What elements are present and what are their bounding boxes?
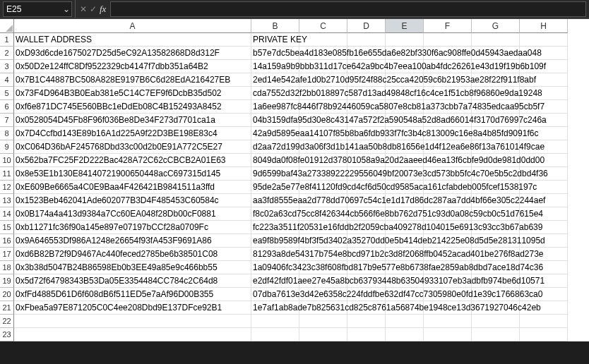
cell-B23[interactable] [251, 328, 299, 341]
cell-B4[interactable]: 2ed14e542afe1d0b2710d95f24f88c25cca42059… [251, 73, 299, 87]
cell-B20[interactable]: 07dba7613e3d42e6358c224fddfbe632df47cc73… [251, 288, 299, 301]
column-header-D[interactable]: D [347, 19, 386, 33]
cell-C22[interactable] [299, 315, 347, 328]
row-header-15[interactable]: 15 [0, 221, 14, 234]
row-header-13[interactable]: 13 [0, 194, 14, 207]
row-header-19[interactable]: 19 [0, 274, 14, 288]
row-header-16[interactable]: 16 [0, 234, 14, 248]
row-header-21[interactable]: 21 [0, 301, 14, 315]
cell-H23[interactable] [520, 328, 568, 341]
cell-G23[interactable] [472, 328, 520, 341]
row-header-2[interactable]: 2 [0, 47, 14, 60]
row-header-12[interactable]: 12 [0, 181, 14, 194]
cell-B2[interactable]: b57e7dc5bea4d183e085fb16e655da6e82bf330f… [251, 47, 299, 60]
row-header-10[interactable]: 10 [0, 154, 14, 167]
cell-A22[interactable] [14, 315, 251, 328]
cell-B6[interactable]: 1a6ee987fc8446f78b92446059ca5807e8cb81a3… [251, 100, 299, 114]
cell-A13[interactable]: 0x1523Beb462041Ade602077B3D4F485453C6058… [14, 194, 251, 207]
column-header-H[interactable]: H [520, 19, 568, 33]
column-header-C[interactable]: C [299, 19, 347, 33]
row-header-18[interactable]: 18 [0, 261, 14, 274]
cell-H1[interactable] [520, 33, 568, 47]
row-header-22[interactable]: 22 [0, 315, 14, 328]
cell-A8[interactable]: 0x7D4Ccfbd143E89b16A1d225A9f22D3BE198E83… [14, 127, 251, 140]
cell-G22[interactable] [472, 315, 520, 328]
cell-B17[interactable]: 81293a8de54317b754e8bcd971b2c3d8f2068ffb… [251, 248, 299, 261]
cell-A2[interactable]: 0xD93d6cde1675027D25d5eC92A13582868D8d31… [14, 47, 251, 60]
cell-A16[interactable]: 0x9A646553Df986A1248e26654f93fA453F9691A… [14, 234, 251, 248]
cell-A21[interactable]: 0xFbea5a97E871205C0C4ee208Dbd9E137DFce92… [14, 301, 251, 315]
name-box-dropdown-icon[interactable]: ⌄ [61, 4, 71, 14]
cell-A9[interactable]: 0xC064D36bAF245768Dbd33c00d2b0E91A772C5E… [14, 140, 251, 154]
row-header-7[interactable]: 7 [0, 114, 14, 127]
column-header-F[interactable]: F [424, 19, 472, 33]
cell-B19[interactable]: e2df42fdf01aee27e45a8bcb63793448b6350493… [251, 274, 299, 288]
name-box[interactable]: E25 ⌄ [3, 1, 72, 17]
cell-C23[interactable] [299, 328, 347, 341]
cell-A10[interactable]: 0x562ba7FC25F2D222Bac428A72C62cCBCB2A01E… [14, 154, 251, 167]
spreadsheet-grid[interactable]: ABCDEFGH1WALLET ADDRESSPRIVATE KEY20xD93… [0, 18, 589, 341]
row-header-6[interactable]: 6 [0, 100, 14, 114]
cell-B5[interactable]: cda7552d32f2bb018897c587d13ad49848cf16c4… [251, 87, 299, 100]
cell-A5[interactable]: 0x73F4D964B3B0Eab381e5C14C7EF9f6DcbB35d5… [14, 87, 251, 100]
cell-D22[interactable] [347, 315, 386, 328]
cell-A6[interactable]: 0xf6e871DC745E560BBc1eDdEb08C4B152493A84… [14, 100, 251, 114]
row-header-8[interactable]: 8 [0, 127, 14, 140]
cell-A23[interactable] [14, 328, 251, 341]
cell-H22[interactable] [520, 315, 568, 328]
formula-bar-input[interactable] [110, 1, 586, 17]
cell-A7[interactable]: 0x0528054D45Fb8F96f036Be8De34F273d7701ca… [14, 114, 251, 127]
cell-B3[interactable]: 14a159a9b9bbb311d17ce642a9bc4b7eea100ab4… [251, 60, 299, 73]
column-header-G[interactable]: G [472, 19, 520, 33]
cell-E1[interactable] [386, 33, 424, 47]
cell-B22[interactable] [251, 315, 299, 328]
cell-A12[interactable]: 0xE609Be6665a4C0E9Baa4F426421B9841511a3f… [14, 181, 251, 194]
cell-B12[interactable]: 95de2a5e77e8f41120fd9cd4cf6d50cd9585aca1… [251, 181, 299, 194]
column-header-E[interactable]: E [386, 19, 424, 33]
row-header-23[interactable]: 23 [0, 328, 14, 341]
row-header-1[interactable]: 1 [0, 33, 14, 47]
cell-B11[interactable]: 9d6599baf43a27338922229556049bf20073e3cd… [251, 167, 299, 181]
column-header-A[interactable]: A [14, 19, 251, 33]
row-header-5[interactable]: 5 [0, 87, 14, 100]
enter-formula-icon[interactable]: ✓ [90, 4, 97, 14]
cell-B8[interactable]: 42a9d5895eaa14107f85b8ba6fdb933f7fc3b4c8… [251, 127, 299, 140]
cell-B1[interactable]: PRIVATE KEY [251, 33, 299, 47]
row-header-20[interactable]: 20 [0, 288, 14, 301]
cell-B15[interactable]: fc223a3511f20531e16fddb2f2059cba409278d1… [251, 221, 299, 234]
fx-icon[interactable]: fx [100, 4, 106, 15]
row-header-14[interactable]: 14 [0, 207, 14, 221]
cell-B18[interactable]: 1a09406fc3423c38f608fbd817b9e577e8b6738f… [251, 261, 299, 274]
cell-G1[interactable] [472, 33, 520, 47]
cell-F22[interactable] [424, 315, 472, 328]
cell-A17[interactable]: 0xd6B82B72f9D9467Ac440feced2785be6b38501… [14, 248, 251, 261]
cell-A4[interactable]: 0x7B1C44887BC508A828E9197B6C6d28EdA21642… [14, 73, 251, 87]
cell-F1[interactable] [424, 33, 472, 47]
cell-A15[interactable]: 0xb11271fc36f90a145e897e07197bCCf28a0709… [14, 221, 251, 234]
cell-A18[interactable]: 0x3b38d5047B24B86598Eb0b3EE49a85e9c466bb… [14, 261, 251, 274]
select-all-corner[interactable] [0, 19, 14, 33]
cell-A11[interactable]: 0x8e53E1b130E84140721900650448acC697315d… [14, 167, 251, 181]
cell-B10[interactable]: 8049da0f08fe01912d37801058a9a20d2aaeed46… [251, 154, 299, 167]
cell-A3[interactable]: 0x50D2e124ffC8Df9522329cb4147f7dbb351a64… [14, 60, 251, 73]
cell-D23[interactable] [347, 328, 386, 341]
cell-B13[interactable]: aa3fd8555eaa2d778dd70697c54c1e1d17d86dc2… [251, 194, 299, 207]
column-header-B[interactable]: B [251, 19, 299, 33]
cell-E22[interactable] [386, 315, 424, 328]
row-header-3[interactable]: 3 [0, 60, 14, 73]
row-header-17[interactable]: 17 [0, 248, 14, 261]
cell-B16[interactable]: ea9f8b9589f4bf3f5d3402a35270dd0e5b414deb… [251, 234, 299, 248]
cell-B21[interactable]: 1e7af1ab8ade7b825631cd825c8761a56874be19… [251, 301, 299, 315]
cell-A20[interactable]: 0xfFd4885D61D6f608dB6f511ED5e7aAf96D00B3… [14, 288, 251, 301]
cell-A1[interactable]: WALLET ADDRESS [14, 33, 251, 47]
cell-A14[interactable]: 0x0B174a4a413d9384a7Cc60EA048f28Db00cF08… [14, 207, 251, 221]
cell-A19[interactable]: 0x5d72f64798343B53Da05E3354484CC784c2C64… [14, 274, 251, 288]
cancel-formula-icon[interactable]: ✕ [80, 4, 87, 14]
cell-E23[interactable] [386, 328, 424, 341]
row-header-9[interactable]: 9 [0, 140, 14, 154]
cell-B9[interactable]: d2aa72d199d3a06f3d1b141aa50b8db81656e1d4… [251, 140, 299, 154]
cell-B14[interactable]: f8c02a63cd75cc8f426344cb566f6e8bb762d751… [251, 207, 299, 221]
row-header-4[interactable]: 4 [0, 73, 14, 87]
cell-B7[interactable]: 04b3159dfa95d30e8c43147a572f2a590548a52d… [251, 114, 299, 127]
cell-F23[interactable] [424, 328, 472, 341]
